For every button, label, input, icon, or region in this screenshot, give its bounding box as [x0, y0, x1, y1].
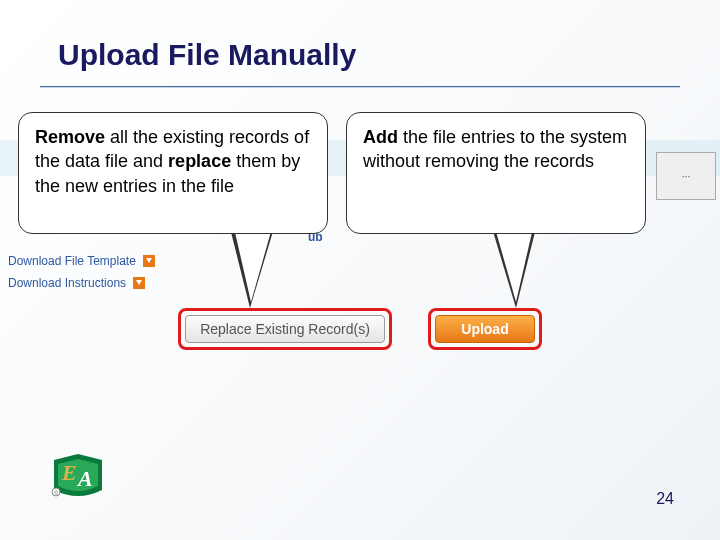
callout-replace-description: Remove all the existing records of the d… — [18, 112, 328, 234]
callout-upload-description: Add the file entries to the system witho… — [346, 112, 646, 234]
ea-logo: E A © — [48, 450, 108, 500]
download-icon — [143, 255, 155, 267]
upload-button[interactable]: Upload — [435, 315, 535, 343]
callout-tail-right — [492, 228, 536, 308]
svg-text:A: A — [76, 466, 93, 491]
highlight-ring-upload: Upload — [428, 308, 542, 350]
page-number: 24 — [656, 490, 674, 508]
text-fragment: the file entries to the system without r… — [363, 127, 627, 171]
replace-existing-records-button[interactable]: Replace Existing Record(s) — [185, 315, 385, 343]
download-instructions-link[interactable]: Download Instructions — [8, 276, 145, 290]
svg-text:©: © — [54, 490, 58, 496]
svg-text:E: E — [61, 460, 77, 485]
browse-glyph: ··· — [682, 171, 690, 182]
title-divider — [40, 86, 680, 88]
button-row: Replace Existing Record(s) Upload — [100, 306, 620, 352]
bold-add: Add — [363, 127, 398, 147]
download-template-text: Download File Template — [8, 254, 136, 268]
download-icon — [133, 277, 145, 289]
download-instructions-text: Download Instructions — [8, 276, 126, 290]
bold-remove: Remove — [35, 127, 105, 147]
callout-tail-left — [230, 228, 274, 308]
bold-replace: replace — [168, 151, 231, 171]
slide: Upload File Manually ··· ub Download Fil… — [0, 0, 720, 540]
download-template-link[interactable]: Download File Template — [8, 254, 155, 268]
highlight-ring-replace: Replace Existing Record(s) — [178, 308, 392, 350]
page-title: Upload File Manually — [58, 38, 356, 72]
browse-button-faint: ··· — [656, 152, 716, 200]
